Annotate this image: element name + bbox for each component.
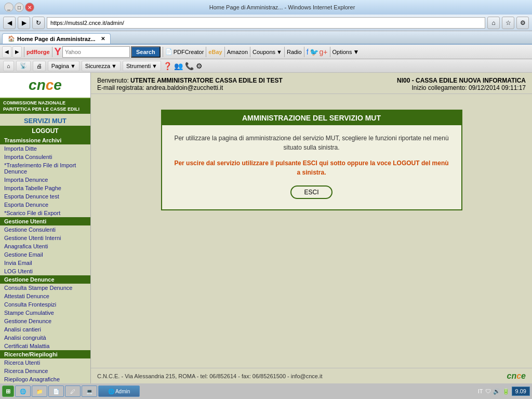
coupons-down-icon[interactable]: ▼: [276, 49, 282, 55]
toolbar-separator-9: [330, 47, 330, 57]
sidebar-item-trasferimento[interactable]: *Trasferimento File di Import Denunce: [0, 161, 90, 176]
sidebar-item-importa-tabelle[interactable]: Importa Tabelle Paghe: [0, 184, 90, 192]
volume-icon: 🔊: [493, 388, 500, 395]
ebay-label[interactable]: eBay: [208, 49, 222, 55]
sidebar-item-gestione-email[interactable]: Gestione Email: [0, 250, 90, 259]
sicurezza-button[interactable]: Sicurezza ▼: [82, 61, 121, 71]
users-button[interactable]: 👥: [174, 62, 183, 70]
sidebar-item-invia-email[interactable]: Invia Email: [0, 259, 90, 267]
sidebar-item-certificati-malattia[interactable]: Certificati Malattia: [0, 342, 90, 350]
search-button[interactable]: Search: [131, 46, 161, 58]
help-button[interactable]: ❓: [163, 62, 172, 70]
star-button[interactable]: ☆: [502, 17, 514, 29]
sidebar-section-trasmissione: Trasmissione Archivi: [0, 136, 90, 144]
skype-button[interactable]: 📞: [185, 62, 194, 70]
sidebar-item-attestati-denunce[interactable]: Attestati Denunce: [0, 292, 90, 300]
settings-button2[interactable]: ⚙: [196, 62, 203, 70]
pagina-button[interactable]: Pagina ▼: [48, 61, 79, 71]
close-button[interactable]: ✕: [25, 3, 34, 12]
window-controls: _ □ ✕: [4, 3, 34, 12]
maximize-button[interactable]: □: [15, 3, 24, 12]
taskbar-item-3[interactable]: 📄: [48, 385, 64, 397]
sidebar-item-riepilogo-anagrafiche[interactable]: Riepilogo Anagrafiche: [0, 375, 90, 383]
sidebar-item-ricerca-utenti[interactable]: Ricerca Utenti: [0, 358, 90, 367]
sidebar-item-log-utenti[interactable]: LOG Utenti: [0, 267, 90, 275]
sidebar-item-esporta-denunce-test[interactable]: Esporta Denunce test: [0, 192, 90, 201]
admin-box-text1: Per utilizzare la pagina di amministrazi…: [172, 134, 451, 152]
tab-label: Home Page di Amministraz...: [17, 36, 96, 42]
toolbar-separator-7: [284, 47, 285, 57]
minimize-button[interactable]: _: [4, 3, 14, 12]
yahoo-search-input[interactable]: [62, 46, 130, 58]
sidebar-item-consulta-stampe[interactable]: Consulta Stampe Denunce: [0, 284, 90, 292]
admin-box-text2: Per uscire dal servizio utilizzare il pu…: [172, 158, 451, 177]
sidebar-item-esporta-denunce[interactable]: Esporta Denunce: [0, 201, 90, 209]
toolbar-separator-2: [52, 47, 52, 57]
taskbar-ie-button[interactable]: 🌐: [15, 385, 31, 397]
main-box-area: AMMINISTRAZIONE DEL SERVIZIO MUT Per uti…: [91, 94, 532, 368]
back-button[interactable]: ◀: [3, 17, 16, 29]
refresh-button[interactable]: ↻: [32, 17, 45, 29]
taskbar-item-4[interactable]: 🖊: [65, 385, 81, 397]
feeds-button[interactable]: 📡: [16, 61, 31, 71]
sidebar-item-analisi-congruita[interactable]: Analisi congruità: [0, 334, 90, 342]
sidebar: cnce COMMISSIONE NAZIONALE PARITETICA PE…: [0, 73, 91, 383]
coupons-label[interactable]: Coupons: [252, 49, 275, 55]
active-tab[interactable]: 🏠 Home Page di Amministraz... ✕: [2, 33, 111, 44]
pagina-label: Pagina: [51, 63, 69, 69]
options-label[interactable]: Options: [332, 49, 352, 55]
tools-button[interactable]: ⚙: [516, 17, 529, 29]
sidebar-item-anagrafica-utenti[interactable]: Anagrafica Utenti: [0, 242, 90, 250]
sidebar-item-gestione-denunce[interactable]: Gestione Denunce: [0, 317, 90, 325]
welcome-prefix: Benvenuto:: [97, 77, 130, 84]
sidebar-item-ricerca-denunce[interactable]: Ricerca Denunce: [0, 367, 90, 375]
sidebar-item-gestione-consulenti[interactable]: Gestione Consulenti: [0, 225, 90, 234]
address-bar[interactable]: [47, 17, 485, 29]
welcome-section: Benvenuto: UTENTE AMMINISTRATORE CASSA E…: [97, 77, 283, 91]
admin-service-box: AMMINISTRAZIONE DEL SERVIZIO MUT Per uti…: [161, 110, 462, 210]
home-button[interactable]: ⌂: [487, 17, 500, 29]
pdf-icon: 📄: [165, 48, 172, 55]
esci-button[interactable]: ESCI: [290, 185, 332, 199]
home-toolbar-button[interactable]: ⌂: [3, 61, 14, 71]
taskbar-item-2[interactable]: 📁: [32, 385, 47, 397]
forward-nav-button[interactable]: ▶: [12, 46, 22, 58]
email-prefix: E-mail registrata:: [97, 84, 146, 91]
sidebar-item-consulta-frontespizi[interactable]: Consulta Frontespizi: [0, 300, 90, 309]
browser-title-bar: _ □ ✕ Home Page di Amministraz... - Wind…: [0, 0, 532, 15]
taskbar-item-5[interactable]: 💻: [82, 385, 97, 397]
welcome-name: UTENTE AMMINISTRATORE CASSA EDILE DI TES…: [130, 77, 283, 84]
taskbar-time: 9.09: [512, 387, 530, 396]
pdfcreator-label[interactable]: PDFCreator: [174, 49, 204, 55]
secondary-toolbar: ⌂ 📡 🖨 Pagina ▼ Sicurezza ▼ Strumenti ▼ ❓…: [0, 59, 532, 73]
tab-close-icon[interactable]: ✕: [101, 36, 105, 42]
start-button[interactable]: ⊞: [2, 385, 14, 397]
cassa-section: NI00 - CASSA EDILE NUOVA INFORMATICA Ini…: [397, 77, 526, 91]
radio-label[interactable]: Radio: [287, 49, 302, 55]
sidebar-item-scarico-export[interactable]: *Scarico File di Export: [0, 209, 90, 217]
content-header: Benvenuto: UTENTE AMMINISTRATORE CASSA E…: [91, 73, 532, 94]
tab-bar: 🏠 Home Page di Amministraz... ✕: [0, 31, 532, 45]
sidebar-item-analisi-cantieri[interactable]: Analisi cantieri: [0, 325, 90, 334]
sidebar-item-importa-consulenti[interactable]: Importa Consulenti: [0, 153, 90, 161]
sidebar-item-importa-denunce[interactable]: Importa Denunce: [0, 176, 90, 184]
print-button[interactable]: 🖨: [33, 61, 46, 71]
strumenti-button[interactable]: Strumenti ▼: [123, 61, 161, 71]
connection-time: 09/12/2014 09:11:17: [469, 84, 526, 91]
options-down-icon[interactable]: ▼: [353, 48, 359, 56]
forward-button[interactable]: ▶: [18, 17, 30, 29]
gplus-icon: g+: [320, 48, 328, 56]
content-area: Benvenuto: UTENTE AMMINISTRATORE CASSA E…: [91, 73, 532, 383]
yahoo-icon: Y: [55, 46, 61, 58]
taskbar-active-window[interactable]: 🌐 Admin: [98, 385, 140, 397]
servizi-title: SERVIZI MUT: [0, 114, 90, 126]
logout-button[interactable]: LOGOUT: [0, 126, 90, 136]
connection-line: Inizio collegamento: 09/12/2014 09:11:17: [397, 84, 526, 91]
twitter-icon: 🐦: [310, 48, 318, 56]
toolbar-separator-3: [163, 47, 163, 57]
sidebar-item-gestione-utenti-interni[interactable]: Gestione Utenti Interni: [0, 234, 90, 242]
sidebar-item-importa-ditte[interactable]: Importa Ditte: [0, 144, 90, 153]
sidebar-item-stampe-cumulative[interactable]: Stampe Cumulative: [0, 309, 90, 317]
back-nav-button[interactable]: ◀: [2, 46, 11, 58]
amazon-label[interactable]: Amazon: [227, 49, 248, 55]
